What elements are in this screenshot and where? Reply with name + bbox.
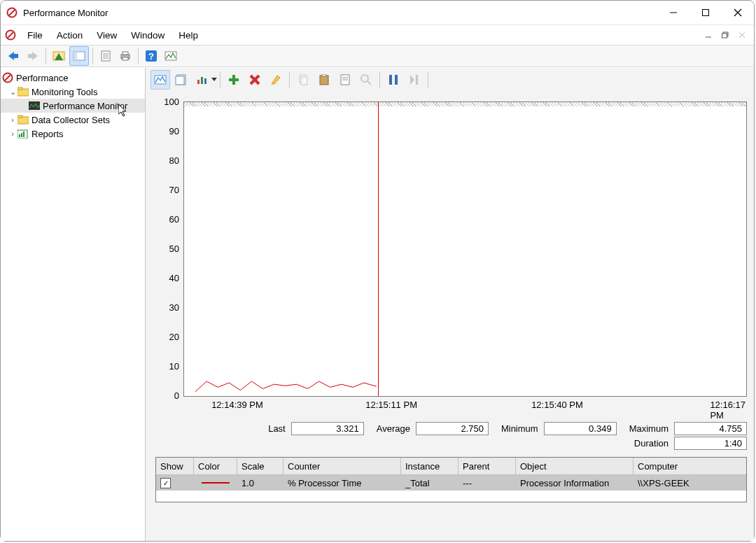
- tree-data-collector-sets[interactable]: › Data Collector Sets: [1, 113, 145, 127]
- tree-performance-monitor[interactable]: Performance Monitor: [1, 99, 145, 113]
- svg-rect-32: [18, 87, 22, 90]
- tree-reports[interactable]: › Reports: [1, 127, 145, 141]
- svg-rect-39: [23, 132, 24, 137]
- x-axis: 12:14:39 PM12:15:11 PM12:15:40 PM12:16:1…: [155, 400, 747, 414]
- show-checkbox[interactable]: ✓: [160, 478, 171, 488]
- menu-view[interactable]: View: [90, 29, 124, 42]
- mdi-restore-button[interactable]: [718, 28, 733, 42]
- menu-file[interactable]: File: [20, 29, 50, 42]
- col-instance[interactable]: Instance: [401, 458, 458, 474]
- svg-marker-14: [28, 52, 38, 60]
- cell-scale: 1.0: [237, 478, 284, 488]
- svg-point-60: [361, 75, 368, 82]
- remove-counter-button[interactable]: [245, 70, 265, 90]
- svg-rect-45: [201, 77, 203, 84]
- min-value: 0.349: [544, 422, 617, 435]
- show-hide-console-button[interactable]: [69, 46, 89, 66]
- zoom-button[interactable]: [356, 70, 376, 90]
- detail-pane: 0102030405060708090100 12:14:39 PM12:15:…: [146, 68, 754, 541]
- chart-type-button[interactable]: [192, 70, 212, 90]
- app-icon-small: [5, 29, 16, 41]
- perfmon-root-icon: [2, 72, 13, 83]
- menu-help[interactable]: Help: [172, 29, 205, 42]
- counter-row[interactable]: ✓ 1.0 % Processor Time _Total --- Proces…: [156, 475, 746, 491]
- col-object[interactable]: Object: [516, 458, 634, 474]
- counter-header[interactable]: Show Color Scale Counter Instance Parent…: [156, 458, 746, 475]
- reports-icon: [18, 128, 29, 139]
- last-label: Last: [268, 423, 286, 434]
- app-window: Performance Monitor File Action View Win…: [0, 0, 755, 542]
- max-value: 4.755: [674, 422, 747, 435]
- svg-rect-18: [74, 52, 77, 60]
- svg-rect-10: [722, 34, 727, 38]
- svg-marker-52: [272, 76, 280, 84]
- copy-button[interactable]: [293, 70, 313, 90]
- forward-button[interactable]: [24, 47, 42, 65]
- col-show[interactable]: Show: [156, 458, 194, 474]
- col-scale[interactable]: Scale: [237, 458, 284, 474]
- show-hide-tree-button[interactable]: [50, 47, 68, 65]
- collapse-icon[interactable]: ⌄: [8, 87, 18, 97]
- chart-toolbar: [150, 69, 752, 90]
- tree-pane[interactable]: Performance ⌄ Monitoring Tools Performan…: [1, 68, 146, 541]
- chart-type-dropdown[interactable]: [211, 78, 217, 82]
- stats-row-2: Duration 1:40: [155, 437, 747, 450]
- time-cursor: [378, 102, 379, 396]
- avg-label: Average: [377, 423, 410, 434]
- svg-rect-35: [18, 115, 22, 118]
- menu-action[interactable]: Action: [50, 29, 90, 42]
- svg-rect-24: [122, 52, 128, 55]
- folder-icon: [18, 114, 29, 125]
- col-parent[interactable]: Parent: [458, 458, 516, 474]
- tree-reports-label: Reports: [31, 129, 64, 139]
- highlight-button[interactable]: [266, 70, 286, 90]
- menu-window[interactable]: Window: [124, 29, 172, 42]
- view-log-button[interactable]: [172, 70, 191, 90]
- col-counter[interactable]: Counter: [284, 458, 401, 474]
- svg-rect-38: [21, 133, 22, 137]
- mdi-close-button[interactable]: [734, 28, 750, 42]
- properties-chart-button[interactable]: [335, 70, 355, 90]
- svg-rect-63: [395, 75, 398, 85]
- svg-line-61: [368, 81, 371, 85]
- view-current-button[interactable]: [150, 70, 170, 90]
- folder-icon: [18, 86, 29, 97]
- minimize-button[interactable]: [657, 1, 690, 24]
- help-button[interactable]: ?: [142, 47, 160, 65]
- svg-rect-37: [19, 134, 20, 137]
- add-counter-button[interactable]: [224, 70, 244, 90]
- cell-computer: \\XPS-GEEK: [634, 478, 746, 488]
- freeze-button[interactable]: [384, 70, 403, 90]
- min-label: Minimum: [501, 423, 538, 434]
- paste-button[interactable]: [314, 70, 334, 90]
- last-value: 3.321: [291, 422, 364, 435]
- svg-text:?: ?: [148, 51, 154, 62]
- chart-area: 0102030405060708090100 12:14:39 PM12:15:…: [155, 99, 747, 416]
- tree-root[interactable]: Performance: [1, 71, 145, 85]
- chart-plot[interactable]: [183, 101, 747, 397]
- svg-marker-64: [410, 75, 414, 85]
- tree-monitoring-tools[interactable]: ⌄ Monitoring Tools: [1, 85, 145, 99]
- svg-rect-3: [703, 10, 709, 16]
- body: Performance ⌄ Monitoring Tools Performan…: [1, 67, 754, 541]
- svg-rect-44: [197, 80, 200, 84]
- expand-icon[interactable]: ›: [8, 115, 18, 124]
- expand-icon[interactable]: ›: [8, 129, 18, 138]
- avg-value: 2.750: [416, 422, 489, 435]
- properties-button[interactable]: [97, 47, 115, 65]
- update-button[interactable]: [405, 70, 424, 90]
- mdi-minimize-button[interactable]: [701, 28, 716, 42]
- window-controls: [657, 1, 754, 24]
- back-button[interactable]: [4, 47, 22, 65]
- maximize-button[interactable]: [690, 1, 722, 24]
- col-computer[interactable]: Computer: [634, 458, 746, 474]
- print-button[interactable]: [116, 47, 134, 65]
- app-icon: [6, 7, 18, 18]
- cell-parent: ---: [458, 478, 516, 488]
- cell-counter: % Processor Time: [284, 478, 401, 488]
- svg-rect-46: [204, 78, 206, 84]
- show-activity-button[interactable]: [162, 47, 180, 65]
- col-color[interactable]: Color: [194, 458, 237, 474]
- main-toolbar: ?: [1, 45, 754, 67]
- close-button[interactable]: [722, 1, 754, 24]
